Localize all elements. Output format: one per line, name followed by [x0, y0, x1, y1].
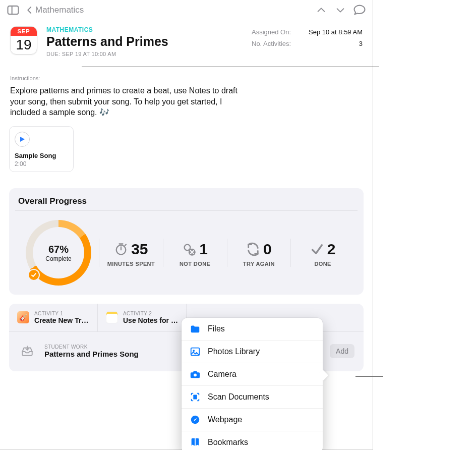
- activity-2[interactable]: ACTIVITY 2 Use Notes for 3…: [98, 304, 187, 331]
- callout-line: [82, 67, 379, 67]
- popover-item-camera[interactable]: Camera: [182, 363, 323, 385]
- play-icon: [15, 132, 30, 147]
- attachment-duration: 2:00: [15, 160, 68, 167]
- activity-1-title: Create New Tra…: [34, 316, 89, 324]
- photos-icon: [190, 346, 201, 357]
- assigned-on-label: Assigned On:: [252, 28, 291, 36]
- progress-percent: 67%: [45, 243, 71, 255]
- due-text: DUE: SEP 19 AT 10:00 AM: [46, 51, 243, 57]
- safari-icon: [190, 414, 201, 425]
- add-button[interactable]: Add: [330, 344, 354, 358]
- files-icon: [190, 323, 201, 334]
- student-work-title: Patterns and Primes Song: [44, 350, 139, 358]
- not-done-icon: [182, 242, 196, 256]
- attachments: Sample Song 2:00: [0, 118, 373, 180]
- comment-icon: [352, 3, 367, 17]
- assignment-meta: Assigned On: Sep 10 at 8:59 AM No. Activ…: [252, 26, 363, 57]
- num-activities-value: 3: [359, 40, 363, 47]
- popover-item-photos[interactable]: Photos Library: [182, 340, 323, 363]
- notes-icon: [106, 311, 118, 323]
- top-toolbar: Mathematics: [0, 0, 373, 20]
- chevron-left-icon: [25, 6, 34, 15]
- add-popover: Files Photos Library Camera Scan Documen…: [182, 318, 323, 450]
- up-button[interactable]: [314, 3, 328, 17]
- svg-line-6: [125, 244, 126, 245]
- progress-donut: 67% Complete: [18, 220, 99, 286]
- instructions-body: Explore patterns and primes to create a …: [10, 85, 252, 118]
- calendar-day: 19: [11, 36, 37, 54]
- assigned-on-value: Sep 10 at 8:59 AM: [309, 28, 363, 36]
- garageband-icon: 🎸: [17, 311, 29, 323]
- chevron-up-icon: [316, 5, 327, 16]
- scan-icon: [190, 391, 201, 403]
- calendar-month: SEP: [11, 27, 37, 36]
- assignment-title: Patterns and Primes: [46, 34, 243, 49]
- stat-try-again: 0 TRY AGAIN: [227, 239, 291, 267]
- chevron-down-icon: [335, 5, 346, 16]
- stat-minutes-spent: 35 MINUTES SPENT: [99, 239, 163, 267]
- popover-item-scan[interactable]: Scan Documents: [182, 385, 323, 408]
- progress-title: Overall Progress: [18, 196, 354, 206]
- svg-point-7: [185, 244, 191, 250]
- popover-item-webpage[interactable]: Webpage: [182, 408, 323, 431]
- progress-check-icon: [28, 269, 40, 281]
- comment-button[interactable]: [352, 3, 367, 17]
- svg-point-12: [193, 350, 195, 352]
- retry-icon: [246, 242, 260, 256]
- activity-2-eyebrow: ACTIVITY 2: [123, 311, 178, 316]
- callout-line: [355, 376, 383, 377]
- subject-label: MATHEMATICS: [46, 26, 243, 33]
- attachment-sample-song[interactable]: Sample Song 2:00: [9, 126, 74, 172]
- clock-icon: [114, 242, 128, 256]
- due-date-tile: SEP 19: [10, 26, 37, 54]
- down-button[interactable]: [333, 3, 347, 17]
- svg-point-13: [194, 373, 197, 376]
- inbox-icon: [18, 342, 36, 360]
- stat-done: 2 DONE: [290, 239, 354, 267]
- student-work-eyebrow: STUDENT WORK: [44, 344, 139, 350]
- bookmarks-icon: [190, 437, 201, 448]
- svg-marker-2: [20, 137, 25, 142]
- sidebar-icon[interactable]: [6, 3, 20, 17]
- num-activities-label: No. Activities:: [252, 40, 291, 47]
- popover-item-files[interactable]: Files: [182, 318, 323, 340]
- svg-rect-14: [193, 395, 197, 399]
- assignment-header: SEP 19 MATHEMATICS Patterns and Primes D…: [0, 20, 373, 57]
- attachment-name: Sample Song: [15, 152, 68, 159]
- svg-rect-0: [8, 6, 19, 14]
- overall-progress-panel: Overall Progress 67% Complete 35: [9, 188, 364, 295]
- activity-2-title: Use Notes for 3…: [123, 316, 178, 324]
- activity-1[interactable]: 🎸 ACTIVITY 1 Create New Tra…: [9, 304, 98, 331]
- activity-1-eyebrow: ACTIVITY 1: [34, 311, 89, 316]
- popover-item-bookmarks[interactable]: Bookmarks: [182, 431, 323, 450]
- instructions-label: Instructions:: [10, 75, 363, 81]
- stat-not-done: 1 NOT DONE: [163, 239, 227, 267]
- back-label: Mathematics: [35, 5, 84, 15]
- progress-percent-label: Complete: [45, 255, 71, 262]
- camera-icon: [190, 369, 201, 380]
- check-icon: [310, 242, 324, 256]
- back-button[interactable]: Mathematics: [25, 5, 84, 15]
